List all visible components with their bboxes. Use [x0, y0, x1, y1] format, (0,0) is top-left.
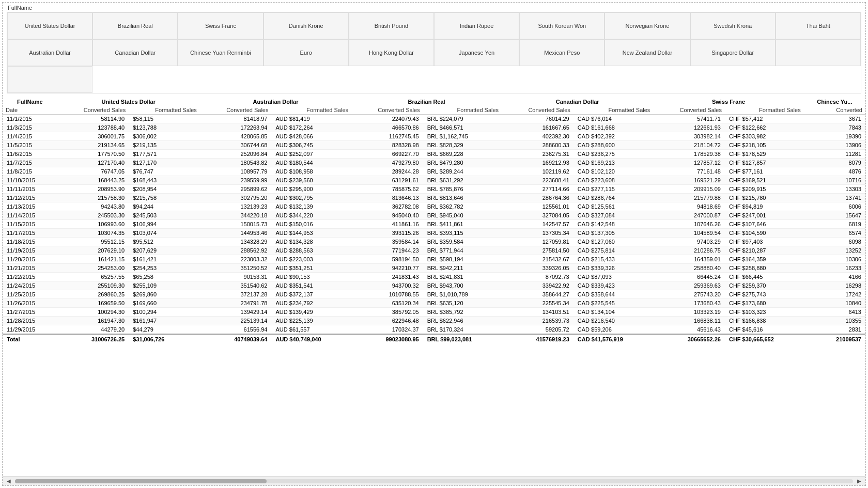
table-cell: 269860.25	[57, 290, 129, 299]
header-row-subs: Date Converted Sales Formatted Sales Con…	[3, 106, 865, 115]
table-cell: 3671	[804, 115, 865, 123]
table-cell: BRL $289,244	[423, 167, 502, 176]
table-cell: 169212.93	[502, 159, 574, 167]
table-cell: 11281	[804, 150, 865, 159]
table-cell: $100,294	[129, 308, 200, 317]
table-row: 11/10/2015168443.25$168,443239559.99AUD …	[3, 176, 865, 185]
table-cell: CAD $161,668	[574, 123, 654, 132]
table-row: 11/19/2015207629.10$207,629288562.92AUD …	[3, 246, 865, 255]
table-cell: $207,629	[129, 246, 200, 255]
table-cell: AUD $61,557	[271, 325, 351, 335]
table-cell: 76747.05	[57, 167, 129, 176]
table-row: 11/20/2015161421.15$161,421223003.32AUD …	[3, 255, 865, 264]
table-cell: 17242	[804, 290, 865, 299]
table-cell: 11/17/2015	[3, 229, 57, 238]
col-group-brl: Brazilian Real	[351, 98, 502, 106]
table-cell: BRL $466,571	[423, 123, 502, 132]
table-cell: 306744.68	[200, 141, 272, 150]
table-cell: 943700.32	[351, 281, 423, 290]
currency-cell-row2: Euro	[264, 39, 349, 66]
table-row: 11/4/2015306001.75$306,002428065.85AUD $…	[3, 132, 865, 141]
table-cell: BRL $241,831	[423, 273, 502, 281]
table-cell: 76014.29	[502, 115, 574, 123]
table-cell: 107646.26	[653, 220, 725, 229]
table-cell: 11/11/2015	[3, 185, 57, 194]
table-cell: CAD $223,608	[574, 176, 654, 185]
col-group-cad: Canadian Dollar	[502, 98, 653, 106]
col-brl-fmt: Formatted Sales	[423, 106, 502, 115]
scroll-right-arrow[interactable]: ▶	[855, 478, 863, 484]
table-cell: 11/18/2015	[3, 238, 57, 246]
table-cell: 275814.50	[502, 246, 574, 255]
table-row: 11/28/2015161947.30$161,947225139.14AUD …	[3, 317, 865, 325]
table-cell: 216539.73	[502, 317, 574, 325]
total-cell: BRL $99,023,081	[423, 334, 502, 344]
table-cell: $245,503	[129, 211, 200, 220]
table-cell: BRL $813,646	[423, 194, 502, 202]
table-cell: 127170.40	[57, 159, 129, 167]
table-body: 11/1/201558114.90$58,11581418.97AUD $81,…	[3, 115, 865, 335]
table-cell: 13906	[804, 141, 865, 150]
col-usd-conv: Converted Sales	[57, 106, 129, 115]
scroll-thumb[interactable]	[15, 479, 267, 483]
table-cell: 245503.30	[57, 211, 129, 220]
table-cell: 6574	[804, 229, 865, 238]
data-table-section[interactable]: FullName United States Dollar Australian…	[3, 98, 865, 476]
table-cell: 479279.80	[351, 159, 423, 167]
table-cell: 11/4/2015	[3, 132, 57, 141]
table-cell: 393115.26	[351, 229, 423, 238]
scroll-left-arrow[interactable]: ◀	[5, 478, 13, 484]
table-cell: CAD $286,764	[574, 194, 654, 202]
table-cell: 225139.14	[200, 317, 272, 325]
table-cell: 223003.32	[200, 255, 272, 264]
fullname-label: FullName	[7, 5, 861, 11]
table-cell: 134328.29	[200, 238, 272, 246]
table-cell: 241831.43	[351, 273, 423, 281]
main-container: FullName United States DollarBrazilian R…	[2, 2, 866, 486]
scroll-track[interactable]	[15, 479, 853, 483]
currency-cell-row2: New Zealand Dollar	[605, 39, 690, 66]
table-cell: 13303	[804, 185, 865, 194]
table-cell: 372137.28	[200, 290, 272, 299]
table-cell: AUD $239,560	[271, 176, 351, 185]
table-cell: 11/28/2015	[3, 317, 57, 325]
table-cell: 11/15/2015	[3, 220, 57, 229]
table-cell: 945040.40	[351, 211, 423, 220]
table-cell: AUD $428,066	[271, 132, 351, 141]
table-cell: 161421.15	[57, 255, 129, 264]
table-cell: 828328.98	[351, 141, 423, 150]
table-cell: 103074.35	[57, 229, 129, 238]
table-cell: BRL $631,292	[423, 176, 502, 185]
table-cell: 144953.46	[200, 229, 272, 238]
table-cell: BRL $669,228	[423, 150, 502, 159]
table-row: 11/8/201576747.05$76,747108957.79AUD $10…	[3, 167, 865, 176]
table-cell: CAD $225,545	[574, 299, 654, 308]
col-aud-conv: Converted Sales	[200, 106, 272, 115]
table-cell: AUD $225,139	[271, 317, 351, 325]
table-cell: AUD $139,429	[271, 308, 351, 317]
table-cell: 81418.97	[200, 115, 272, 123]
table-cell: 106993.60	[57, 220, 129, 229]
table-cell: $95,512	[129, 238, 200, 246]
table-row: 11/11/2015208953.90$208,954295899.62AUD …	[3, 185, 865, 194]
horizontal-scrollbar[interactable]: ◀ ▶	[3, 476, 865, 485]
currency-cell-row1: South Korean Won	[519, 12, 605, 39]
table-row: 11/14/2015245503.30$245,503344220.18AUD …	[3, 211, 865, 220]
table-cell: 11/26/2015	[3, 299, 57, 308]
table-cell: CHF $97,403	[725, 238, 804, 246]
table-cell: $123,788	[129, 123, 200, 132]
table-cell: 11/1/2015	[3, 115, 57, 123]
table-cell: 210286.75	[653, 246, 725, 255]
table-cell: 10306	[804, 255, 865, 264]
table-cell: 239559.99	[200, 176, 272, 185]
table-cell: AUD $288,563	[271, 246, 351, 255]
table-row: 11/7/2015127170.40$127,170180543.82AUD $…	[3, 159, 865, 167]
currency-cell-row2: Singapore Dollar	[690, 39, 776, 66]
table-row: 11/21/2015254253.00$254,253351250.52AUD …	[3, 264, 865, 273]
col-cad-fmt: Formatted Sales	[574, 106, 654, 115]
table-cell: BRL $828,329	[423, 141, 502, 150]
table-cell: CAD $275,814	[574, 246, 654, 255]
table-cell: AUD $295,900	[271, 185, 351, 194]
table-cell: 90153.31	[200, 273, 272, 281]
table-cell: 45616.43	[653, 325, 725, 335]
